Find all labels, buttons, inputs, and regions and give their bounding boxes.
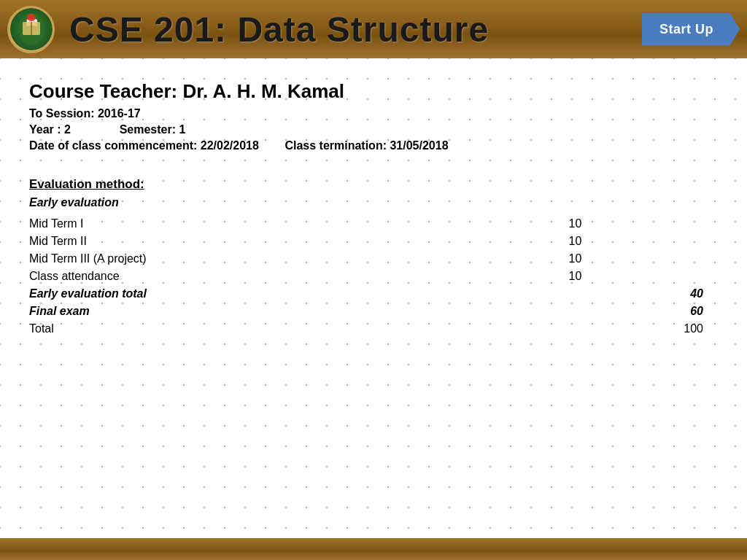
commencement-label: Date of class commencement: [29, 139, 197, 152]
early-total-spacer [475, 285, 597, 303]
early-total-row: Early evaluation total 40 [29, 285, 718, 303]
midterm1-score: 10 [475, 215, 597, 233]
semester-value: 1 [179, 123, 185, 136]
termination-date: 31/05/2018 [390, 139, 448, 152]
midterm3-label: Mid Term III (A project) [29, 250, 475, 268]
logo: 📖 [7, 6, 55, 53]
semester-label: Semester: [120, 123, 176, 136]
midterm1-label: Mid Term I [29, 215, 475, 233]
year-label: Year : [29, 123, 61, 136]
final-exam-label: Final exam [29, 303, 475, 320]
header-title-container: CSE 201: Data Structure [55, 9, 642, 50]
early-total-label: Early evaluation total [29, 285, 475, 303]
table-row: Mid Term III (A project) 10 [29, 250, 718, 268]
early-total-value: 40 [596, 285, 718, 303]
svg-point-4 [27, 14, 36, 21]
header-bar: 📖 CSE 201: Data Structure Start Up [0, 0, 747, 58]
final-exam-spacer [475, 303, 597, 320]
course-teacher-heading: Course Teacher: Dr. A. H. M. Kamal [29, 80, 718, 103]
logo-inner: 📖 [10, 8, 53, 50]
content-inner: Course Teacher: Dr. A. H. M. Kamal To Se… [29, 80, 718, 338]
table-row: Class attendance 10 [29, 268, 718, 285]
early-eval-label: Early evaluation [29, 196, 718, 209]
attendance-score: 10 [475, 268, 597, 285]
midterm3-score: 10 [475, 250, 597, 268]
total-value: 100 [596, 320, 718, 338]
date-line: Date of class commencement: 22/02/2018 C… [29, 139, 718, 152]
logo-icon: 📖 [17, 12, 46, 47]
final-exam-value: 60 [596, 303, 718, 320]
start-up-button[interactable]: Start Up [642, 13, 740, 46]
page-title: CSE 201: Data Structure [69, 9, 642, 50]
midterm3-total [596, 250, 718, 268]
eval-method-header: Evaluation method: [29, 177, 718, 192]
midterm2-score: 10 [475, 233, 597, 250]
session-label: To Session: [29, 107, 95, 120]
final-exam-row: Final exam 60 [29, 303, 718, 320]
attendance-label: Class attendance [29, 268, 475, 285]
session-value: 2016-17 [98, 107, 141, 120]
year-semester-line: Year : 2 Semester: 1 [29, 123, 718, 136]
total-spacer [475, 320, 597, 338]
total-label: Total [29, 320, 475, 338]
year-value: 2 [64, 123, 71, 136]
course-teacher-label: Course Teacher: [29, 80, 177, 102]
bottom-bar [0, 538, 747, 560]
midterm2-label: Mid Term II [29, 233, 475, 250]
total-row: Total 100 [29, 320, 718, 338]
attendance-total [596, 268, 718, 285]
session-line: To Session: 2016-17 [29, 107, 718, 120]
commencement-date: 22/02/2018 [201, 139, 259, 152]
midterm1-total [596, 215, 718, 233]
table-row: Mid Term I 10 [29, 215, 718, 233]
midterm2-total [596, 233, 718, 250]
table-row: Mid Term II 10 [29, 233, 718, 250]
eval-table: Mid Term I 10 Mid Term II 10 Mid Term II… [29, 215, 718, 338]
termination-label: Class termination: [285, 139, 387, 152]
main-content: Course Teacher: Dr. A. H. M. Kamal To Se… [0, 58, 747, 538]
course-teacher-name: Dr. A. H. M. Kamal [183, 80, 345, 102]
